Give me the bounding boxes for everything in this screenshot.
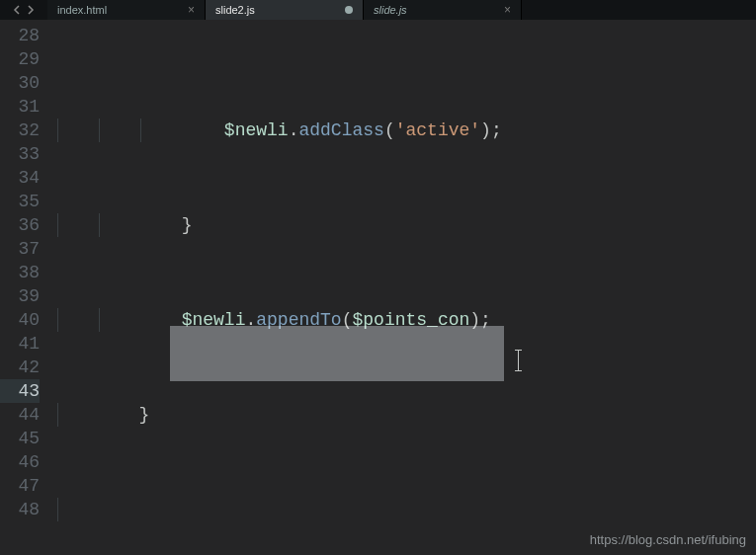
code-area[interactable]: $newli.addClass('active'); } $newli.appe… <box>53 20 756 555</box>
tab-bar: index.html × slide2.js slide.js × <box>0 0 756 20</box>
chevron-right-icon <box>25 5 35 15</box>
chevron-left-icon <box>13 5 23 15</box>
code-line[interactable]: $newli.appendTo($points_con); <box>53 308 756 332</box>
text-highlight <box>170 326 504 381</box>
close-icon[interactable]: × <box>188 3 195 17</box>
code-line[interactable]: } <box>53 403 756 427</box>
code-line[interactable]: $newli.addClass('active'); <box>53 119 756 142</box>
tab-label: slide.js <box>374 4 407 16</box>
tab-index-html[interactable]: index.html × <box>47 0 206 20</box>
tab-slide-js[interactable]: slide.js × <box>364 0 522 20</box>
code-line[interactable] <box>53 498 756 521</box>
tab-label: index.html <box>57 4 107 16</box>
close-icon[interactable]: × <box>504 3 511 17</box>
code-line[interactable]: } <box>53 213 756 237</box>
text-cursor <box>518 350 519 371</box>
tab-label: slide2.js <box>215 4 255 16</box>
watermark-text: https://blog.csdn.net/ifubing <box>590 532 746 547</box>
tab-nav-buttons[interactable] <box>0 0 47 20</box>
tab-slide2-js[interactable]: slide2.js <box>206 0 364 20</box>
line-gutter: 2829303132333435363738394041424344454647… <box>0 20 53 555</box>
code-editor[interactable]: 2829303132333435363738394041424344454647… <box>0 20 756 555</box>
dirty-dot-icon <box>345 6 353 14</box>
